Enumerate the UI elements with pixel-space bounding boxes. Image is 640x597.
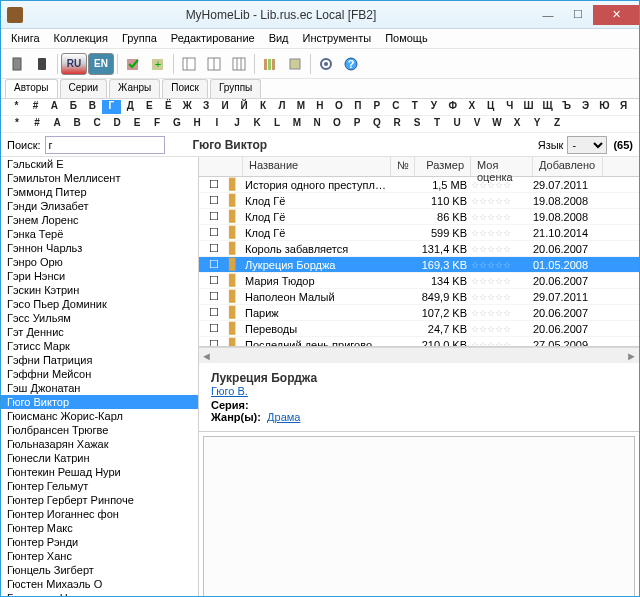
columns3-button[interactable] (227, 52, 251, 76)
alpha-E[interactable]: E (127, 117, 147, 131)
author-item[interactable]: Гэнем Лоренс (1, 213, 198, 227)
alpha-H[interactable]: H (187, 117, 207, 131)
alpha-А[interactable]: А (45, 100, 64, 114)
book-row[interactable]: ☐▊Клод Гё86 KB☆☆☆☆☆19.08.2008 (199, 209, 639, 225)
author-item[interactable]: Гюлбрансен Трюгве (1, 423, 198, 437)
tab-поиск[interactable]: Поиск (162, 79, 208, 98)
alpha-C[interactable]: C (87, 117, 107, 131)
alpha-Y[interactable]: Y (527, 117, 547, 131)
author-item[interactable]: Гянджали Н (1, 591, 198, 597)
alpha-L[interactable]: L (267, 117, 287, 131)
book-row[interactable]: ☐▊Париж107,2 KB☆☆☆☆☆20.06.2007 (199, 305, 639, 321)
alpha-#[interactable]: # (27, 117, 47, 131)
alpha-Ё[interactable]: Ё (159, 100, 178, 114)
author-item[interactable]: Гэннон Чарльз (1, 241, 198, 255)
alpha-Г[interactable]: Г (102, 100, 121, 114)
book-row[interactable]: ☐▊Наполеон Малый849,9 KB☆☆☆☆☆29.07.2011 (199, 289, 639, 305)
row-checkbox[interactable]: ☐ (199, 210, 229, 223)
minimize-button[interactable]: — (533, 5, 563, 25)
book-row[interactable]: ☐▊Клод Гё110 KB☆☆☆☆☆19.08.2008 (199, 193, 639, 209)
alpha-G[interactable]: G (167, 117, 187, 131)
author-item[interactable]: Гюисманс Жорис-Карл (1, 409, 198, 423)
row-checkbox[interactable]: ☐ (199, 194, 229, 207)
alpha-*[interactable]: * (7, 117, 27, 131)
grid-hscroll[interactable]: ◄► (199, 347, 639, 363)
col-date[interactable]: Добавлено (533, 157, 603, 176)
alpha-Ц[interactable]: Ц (481, 100, 500, 114)
alpha-#[interactable]: # (26, 100, 45, 114)
book-row[interactable]: ☐▊Последний день пригово…210,0 KB☆☆☆☆☆27… (199, 337, 639, 347)
row-checkbox[interactable]: ☐ (199, 338, 229, 347)
description-box[interactable] (203, 436, 635, 597)
author-item[interactable]: Гэфни Патриция (1, 353, 198, 367)
tab-серии[interactable]: Серии (60, 79, 108, 98)
author-item[interactable]: Гэри Нэнси (1, 269, 198, 283)
author-item[interactable]: Гэнка Терё (1, 227, 198, 241)
author-item[interactable]: Гюнцель Зигберт (1, 563, 198, 577)
author-item[interactable]: Гэнди Элизабет (1, 199, 198, 213)
alpha-Ъ[interactable]: Ъ (557, 100, 576, 114)
author-item[interactable]: Гюнтекин Решад Нури (1, 465, 198, 479)
book-row[interactable]: ☐▊Король забавляется131,4 KB☆☆☆☆☆20.06.2… (199, 241, 639, 257)
book-row[interactable]: ☐▊Переводы24,7 KB☆☆☆☆☆20.06.2007 (199, 321, 639, 337)
alpha-D[interactable]: D (107, 117, 127, 131)
alpha-K[interactable]: K (247, 117, 267, 131)
row-rating[interactable]: ☆☆☆☆☆ (471, 260, 533, 270)
author-item[interactable]: Гэскин Кэтрин (1, 283, 198, 297)
row-checkbox[interactable]: ☐ (199, 306, 229, 319)
author-item[interactable]: Гэсс Уильям (1, 311, 198, 325)
lang-filter-select[interactable]: - (567, 136, 607, 154)
alpha-Р[interactable]: Р (367, 100, 386, 114)
columns1-button[interactable] (177, 52, 201, 76)
alpha-J[interactable]: J (227, 117, 247, 131)
book-row[interactable]: ☐▊Клод Гё599 KB☆☆☆☆☆21.10.2014 (199, 225, 639, 241)
alpha-S[interactable]: S (407, 117, 427, 131)
alpha-U[interactable]: U (447, 117, 467, 131)
menu-помощь[interactable]: Помощь (379, 31, 434, 46)
author-item[interactable]: Гюнтер Иоганнес фон (1, 507, 198, 521)
menu-вид[interactable]: Вид (263, 31, 295, 46)
tab-авторы[interactable]: Авторы (5, 79, 58, 98)
alpha-Ш[interactable]: Ш (519, 100, 538, 114)
row-rating[interactable]: ☆☆☆☆☆ (471, 244, 533, 254)
row-rating[interactable]: ☆☆☆☆☆ (471, 212, 533, 222)
row-checkbox[interactable]: ☐ (199, 290, 229, 303)
author-item[interactable]: Гюнтер Ханс (1, 549, 198, 563)
row-rating[interactable]: ☆☆☆☆☆ (471, 308, 533, 318)
row-rating[interactable]: ☆☆☆☆☆ (471, 196, 533, 206)
alpha-F[interactable]: F (147, 117, 167, 131)
author-item[interactable]: Гюстен Михаэль О (1, 577, 198, 591)
alpha-Л[interactable]: Л (273, 100, 292, 114)
menu-книга[interactable]: Книга (5, 31, 46, 46)
alpha-М[interactable]: М (292, 100, 311, 114)
close-button[interactable]: ✕ (593, 5, 639, 25)
author-item[interactable]: Гэсо Пьер Доминик (1, 297, 198, 311)
alpha-Z[interactable]: Z (547, 117, 567, 131)
row-rating[interactable]: ☆☆☆☆☆ (471, 276, 533, 286)
book-row[interactable]: ☐▊Лукреция Борджа169,3 KB☆☆☆☆☆01.05.2008 (199, 257, 639, 273)
menu-редактирование[interactable]: Редактирование (165, 31, 261, 46)
row-rating[interactable]: ☆☆☆☆☆ (471, 324, 533, 334)
alpha-R[interactable]: R (387, 117, 407, 131)
alpha-И[interactable]: И (216, 100, 235, 114)
row-checkbox[interactable]: ☐ (199, 258, 229, 271)
author-item[interactable]: Гэнро Орю (1, 255, 198, 269)
lang-en-button[interactable]: EN (88, 53, 114, 75)
tab-жанры[interactable]: Жанры (109, 79, 160, 98)
author-item[interactable]: Гэш Джонатан (1, 381, 198, 395)
col-title[interactable]: Название (243, 157, 391, 176)
author-item[interactable]: Гюнтер Герберт Ринпоче (1, 493, 198, 507)
col-no[interactable]: № (391, 157, 415, 176)
alpha-Е[interactable]: Е (140, 100, 159, 114)
row-checkbox[interactable]: ☐ (199, 178, 229, 191)
author-item[interactable]: Гэффни Мейсон (1, 367, 198, 381)
alpha-W[interactable]: W (487, 117, 507, 131)
author-item[interactable]: Гюнтер Гельмут (1, 479, 198, 493)
alpha-M[interactable]: M (287, 117, 307, 131)
row-checkbox[interactable]: ☐ (199, 274, 229, 287)
export-book-button[interactable] (5, 52, 29, 76)
alpha-O[interactable]: O (327, 117, 347, 131)
settings-button[interactable] (314, 52, 338, 76)
menu-коллекция[interactable]: Коллекция (48, 31, 114, 46)
book-row[interactable]: ☐▊История одного преступле…1,5 MB☆☆☆☆☆29… (199, 177, 639, 193)
